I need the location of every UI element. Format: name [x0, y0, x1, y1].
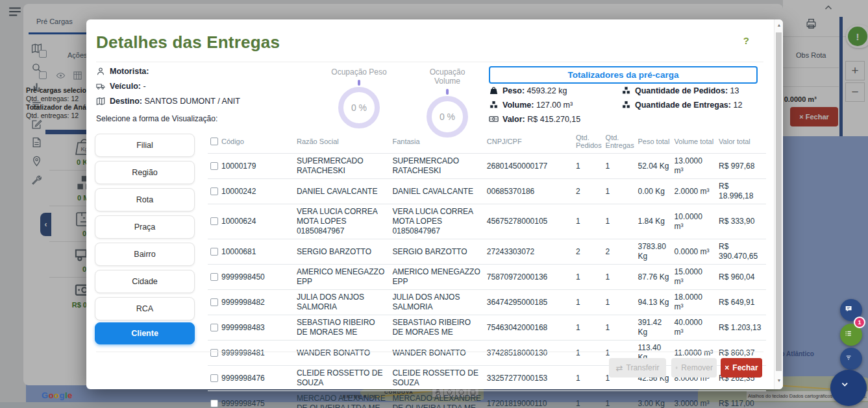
cnpj-cell: 33257277000153 [484, 366, 573, 391]
list-icon [845, 328, 858, 341]
detalhes-entregas-modal: Detalhes das Entregas ? Motorista: Veícu… [86, 19, 783, 389]
qtd-entregas-cell: 1 [603, 154, 636, 179]
scrollbar-thumb[interactable] [776, 32, 782, 371]
peso-cell: 52.04 Kg [635, 154, 671, 179]
chat-icon [845, 304, 858, 317]
truck-icon [96, 82, 105, 91]
column-header: Qtd. Entregas [603, 131, 636, 154]
fantasia-cell: SUPERMERCADO RATACHESKI [390, 154, 484, 179]
notification-badge: 1 [854, 317, 865, 328]
motorista-label: Motorista: [110, 67, 149, 76]
gauge-tick [358, 80, 360, 86]
qtd-pedidos-cell: 1 [573, 290, 603, 315]
modal-scrollbar[interactable]: ▲ ▼ [774, 19, 783, 389]
row-checkbox[interactable] [210, 273, 218, 281]
razao-social-cell: AMERICO MENEGAZZO EPP [294, 265, 390, 290]
remover-button[interactable]: Remover [671, 358, 717, 378]
qtd-pedidos-cell: 1 [573, 265, 603, 290]
row-checkbox[interactable] [210, 349, 218, 357]
map-icon [96, 97, 105, 106]
destino-row: Destino: SANTOS DUMONT / ANIT [96, 97, 240, 106]
codigo-cell: 9999998481 [208, 341, 294, 366]
peso-cell: 94.13 Kg [635, 290, 671, 315]
table-row: 9999998482JULIA DOS ANJOS SALMORIAJULIA … [208, 290, 766, 315]
collapse-fab-button[interactable] [830, 370, 867, 406]
filter-icon [845, 352, 858, 365]
qtd-entregas-row: Quantidade de Entregas: 12 [621, 100, 742, 110]
column-header: Código [208, 131, 294, 154]
volume-cell: 40.0000 m³ [672, 315, 717, 341]
view-button-cliente[interactable]: Cliente [95, 322, 195, 344]
divider [96, 62, 763, 62]
razao-social-cell: DANIEL CAVALCANTE [294, 179, 390, 204]
help-button[interactable]: ? [743, 35, 749, 46]
row-checkbox[interactable] [210, 400, 218, 407]
view-button-rca[interactable]: RCA [95, 297, 195, 320]
gauge-peso: Ocupação Peso0 % [328, 67, 390, 128]
cnpj-cell: 75870972000136 [484, 265, 573, 290]
codigo-cell: 10000242 [208, 179, 294, 204]
peso-cell: 1.84 Kg [635, 204, 671, 239]
column-header: Razão Social [294, 131, 390, 154]
cubes-icon [489, 100, 499, 110]
qtd-pedidos-cell: 1 [573, 391, 603, 408]
select-all-checkbox[interactable] [210, 138, 218, 145]
view-button-região[interactable]: Região [95, 161, 195, 184]
scroll-down-arrow[interactable]: ▼ [775, 378, 784, 383]
view-button-praça[interactable]: Praça [95, 215, 195, 239]
volume-cell: 10.0000 m³ [672, 204, 717, 239]
valor-cell: R$ 333,90 [716, 204, 766, 239]
table-row: 9999998475MERCADO ALEXANDRE DE OLIVEIRA … [208, 391, 766, 408]
column-header: Peso total [635, 131, 671, 154]
chevron-down-icon [839, 378, 859, 398]
valor-cell: R$ 649,91 [716, 290, 766, 315]
qtd-pedidos-cell: 2 [573, 179, 603, 204]
cnpj-cell: 27243303072 [484, 239, 573, 265]
fechar-button[interactable]: ×Fechar [721, 358, 762, 378]
cnpj-cell: 75463042000168 [484, 315, 573, 341]
razao-social-cell: MERCADO ALEXANDRE DE OLIVEIRA LTDA ME [294, 391, 390, 408]
view-button-cidade[interactable]: Cidade [95, 270, 195, 293]
codigo-cell: 9999998483 [208, 315, 294, 341]
transferir-button[interactable]: ⇄Transferir [609, 358, 666, 378]
volume-cell: 2.0000 m³ [672, 179, 717, 204]
razao-social-cell: VERA LUCIA CORREA MOTA LOPES 01850847967 [294, 204, 390, 239]
modal-title: Detalhes das Entregas [96, 32, 280, 53]
filter-fab-button[interactable] [840, 348, 862, 370]
fantasia-cell: DANIEL CAVALCANTE [390, 179, 484, 204]
qtd-entregas-cell: 1 [603, 204, 636, 239]
peso-cell: 87.76 Kg [635, 265, 671, 290]
view-button-bairro[interactable]: Bairro [95, 243, 195, 266]
cnpj-cell: 26801450000177 [484, 154, 573, 179]
row-checkbox[interactable] [210, 324, 218, 331]
gauge-tick [446, 89, 449, 95]
razao-social-cell: CLEIDE ROSSETTO DE SOUZA [294, 366, 390, 391]
codigo-cell: 9999998475 [208, 391, 294, 408]
table-row: 10000681SERGIO BARZOTTOSERGIO BARZOTTO27… [208, 239, 766, 265]
cnpj-cell: 36474295000185 [484, 290, 573, 315]
peso-cell: 0.00 Kg [635, 179, 671, 204]
cubes-icon [621, 86, 631, 95]
row-checkbox[interactable] [210, 374, 218, 382]
view-button-filial[interactable]: Filial [95, 134, 195, 157]
gauge-volume: Ocupação Volume0 % [416, 67, 478, 138]
peso-total-row: Peso: 4593.22 kg [489, 86, 567, 95]
row-checkbox[interactable] [210, 248, 218, 256]
qtd-pedidos-cell: 1 [573, 154, 603, 179]
fantasia-cell: CLEIDE ROSSETTO DE SOUZA [390, 366, 484, 391]
row-checkbox[interactable] [210, 162, 218, 170]
view-button-rota[interactable]: Rota [95, 188, 195, 211]
trash-icon [675, 364, 678, 372]
column-header: Fantasia [390, 131, 484, 154]
scroll-up-arrow[interactable]: ▲ [775, 23, 784, 27]
valor-cell: R$ 18.996,18 [716, 179, 766, 204]
row-checkbox[interactable] [210, 217, 218, 225]
fantasia-cell: MERCADO ALEXANDRE DE OLIVEIRA LTDA ME [390, 391, 484, 408]
row-checkbox[interactable] [210, 298, 218, 306]
table-row: 10000242DANIEL CAVALCANTEDANIEL CAVALCAN… [208, 179, 766, 204]
qtd-pedidos-cell: 1 [573, 341, 603, 366]
codigo-cell: 10000179 [208, 154, 294, 179]
fantasia-cell: JULIA DOS ANJOS SALMORIA [390, 290, 484, 315]
qtd-pedidos-cell: 1 [573, 315, 603, 341]
row-checkbox[interactable] [210, 187, 218, 195]
